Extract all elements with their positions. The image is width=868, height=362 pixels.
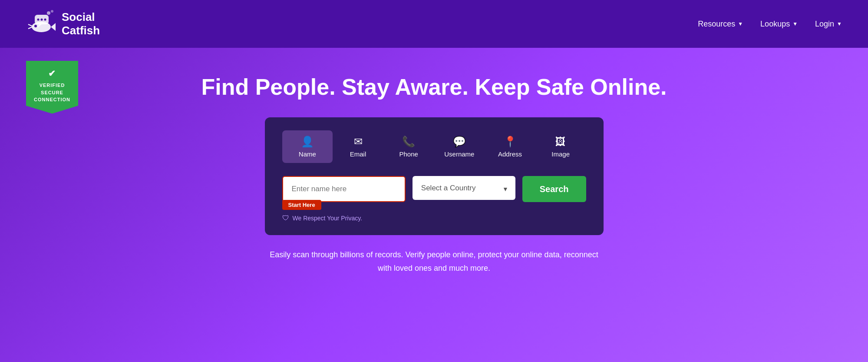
person-icon: 👤 [301, 136, 314, 148]
image-icon: 🖼 [555, 136, 566, 148]
tab-address[interactable]: 📍 Address [485, 130, 535, 163]
nav-login[interactable]: Login ▼ [815, 20, 842, 29]
tab-username[interactable]: 💬 Username [434, 130, 485, 163]
secure-badge: ✔ VERIFIED SECURE CONNECTION [26, 61, 78, 114]
svg-point-9 [47, 11, 50, 15]
search-card: 👤 Name ✉ Email 📞 Phone 💬 Username 📍 Addr… [265, 117, 604, 235]
tab-email[interactable]: ✉ Email [333, 130, 383, 163]
svg-point-10 [51, 10, 53, 13]
logo-icon [26, 9, 56, 39]
search-tabs: 👤 Name ✉ Email 📞 Phone 💬 Username 📍 Addr… [282, 130, 586, 163]
email-icon: ✉ [354, 136, 363, 148]
username-icon: 💬 [453, 136, 466, 148]
svg-point-6 [37, 19, 40, 21]
shield-icon: ✔ [34, 67, 70, 80]
tab-image[interactable]: 🖼 Image [535, 130, 586, 163]
nav-lookups[interactable]: Lookups ▼ [760, 20, 798, 29]
nav-links: Resources ▼ Lookups ▼ Login ▼ [698, 20, 842, 29]
country-select[interactable]: Select a Country United States United Ki… [413, 176, 515, 200]
logo-area[interactable]: Social Catfish [26, 9, 100, 39]
svg-line-2 [28, 24, 32, 26]
logo-text: Social Catfish [62, 10, 100, 37]
chevron-down-icon: ▼ [738, 21, 743, 27]
hero-subtext: Easily scan through billions of records.… [265, 248, 604, 275]
svg-line-3 [28, 27, 32, 29]
svg-point-8 [44, 19, 46, 21]
header: Social Catfish Resources ▼ Lookups ▼ Log… [0, 0, 868, 48]
chevron-down-icon: ▼ [792, 21, 798, 27]
hero-section: ✔ VERIFIED SECURE CONNECTION Find People… [0, 48, 868, 362]
tab-name[interactable]: 👤 Name [282, 130, 333, 163]
tab-phone[interactable]: 📞 Phone [383, 130, 434, 163]
svg-point-7 [41, 19, 43, 21]
privacy-note: 🛡 We Respect Your Privacy. [282, 214, 586, 222]
hero-headline: Find People. Stay Aware. Keep Safe Onlin… [26, 74, 842, 100]
search-button[interactable]: Search [522, 176, 586, 202]
start-here-badge: Start Here [282, 200, 321, 210]
name-input-wrap: Start Here [282, 176, 406, 202]
search-inputs: Start Here Select a Country United State… [282, 176, 586, 202]
privacy-shield-icon: 🛡 [282, 214, 289, 222]
chevron-down-icon: ▼ [837, 21, 842, 27]
svg-point-1 [34, 25, 37, 27]
name-input[interactable] [282, 176, 406, 202]
address-icon: 📍 [504, 136, 517, 148]
phone-icon: 📞 [402, 136, 415, 148]
nav-resources[interactable]: Resources ▼ [698, 20, 743, 29]
country-select-wrap: Select a Country United States United Ki… [413, 176, 515, 202]
